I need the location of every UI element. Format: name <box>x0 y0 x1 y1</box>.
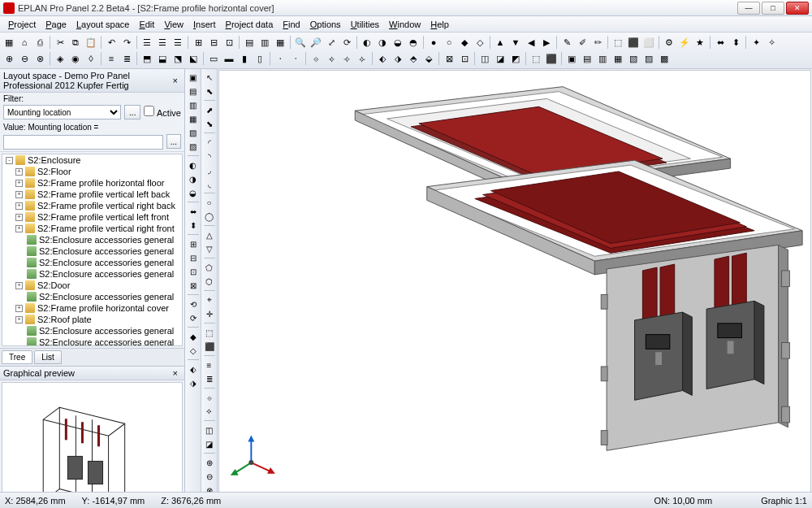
menu-utilities[interactable]: Utilities <box>346 18 384 31</box>
toolbar-button[interactable]: ⬖ <box>375 51 390 66</box>
tab-tree[interactable]: Tree <box>2 350 32 364</box>
menu-project[interactable]: Project <box>3 18 41 31</box>
toolbar-button[interactable]: ⬝ <box>273 51 287 66</box>
toolbar-button[interactable]: ⊡ <box>457 51 472 66</box>
vtool-button[interactable]: ⊡ <box>187 265 200 278</box>
toolbar-button[interactable]: ⊞ <box>191 35 205 50</box>
vtool-button[interactable]: ⬠ <box>203 261 216 274</box>
3d-viewport[interactable]: « ‹ › » S2:Frame pr... +EB3+EBM/6 <box>218 70 811 508</box>
menu-window[interactable]: Window <box>384 18 425 31</box>
toolbar-button[interactable]: ◩ <box>508 51 523 66</box>
tab-list[interactable]: List <box>34 350 62 364</box>
tree-item[interactable]: S2:Enclosure accessories general <box>15 336 182 346</box>
toolbar-button[interactable]: ☰ <box>155 35 170 50</box>
toolbar-button[interactable]: ⟳ <box>339 35 354 50</box>
toolbar-button[interactable]: ✎ <box>559 35 574 50</box>
toolbar-button[interactable]: ▦ <box>611 51 625 66</box>
vtool-button[interactable]: ◒ <box>187 186 200 199</box>
toolbar-button[interactable]: ↷ <box>119 35 134 50</box>
vtool-button[interactable]: ⬖ <box>187 363 200 376</box>
preview-canvas[interactable] <box>2 382 183 508</box>
vtool-button[interactable]: ◑ <box>187 172 200 185</box>
toolbar-button[interactable]: ◉ <box>68 51 83 66</box>
toolbar-button[interactable]: ▧ <box>626 51 641 66</box>
vtool-button[interactable]: ▤ <box>187 85 200 98</box>
vtool-button[interactable]: ⬊ <box>203 117 216 130</box>
toolbar-button[interactable]: ⤢ <box>324 35 339 50</box>
toolbar-button[interactable]: ⬓ <box>155 51 170 66</box>
toolbar-button[interactable]: ◓ <box>406 35 421 50</box>
tree-item[interactable]: +S2:Floor <box>15 166 182 177</box>
tree-item[interactable]: +S2:Frame profile vertical left back <box>15 189 182 200</box>
toolbar-button[interactable]: ◆ <box>457 35 472 50</box>
panel-close-icon[interactable]: × <box>170 76 181 85</box>
toolbar-button[interactable]: ◀ <box>524 35 538 50</box>
toolbar-button[interactable]: ⬙ <box>421 51 436 66</box>
active-checkbox-input[interactable] <box>144 106 154 116</box>
menu-layout-space[interactable]: Layout space <box>71 18 134 31</box>
filter-active-checkbox[interactable]: Active <box>144 106 181 118</box>
toolbar-button[interactable]: ◊ <box>84 51 98 66</box>
toolbar-button[interactable]: ⚡ <box>677 35 692 50</box>
vtool-button[interactable]: △ <box>203 228 216 241</box>
menu-page[interactable]: Page <box>41 18 71 31</box>
vtool-button[interactable]: ▧ <box>187 126 200 139</box>
tree-item[interactable]: S2:Enclosure accessories general <box>15 234 182 245</box>
toolbar-button[interactable]: ▦ <box>273 35 287 50</box>
toolbar-button[interactable]: ↶ <box>104 35 119 50</box>
tree-item[interactable]: +S2:Door <box>15 280 182 291</box>
tree-item[interactable]: S2:Enclosure accessories general <box>15 245 182 257</box>
vtool-button[interactable]: ◞ <box>203 163 216 176</box>
toolbar-button[interactable]: ◒ <box>391 35 405 50</box>
vtool-button[interactable]: ⬛ <box>203 340 216 353</box>
filter-dots-button[interactable]: ... <box>124 105 140 119</box>
toolbar-button[interactable]: ▦ <box>2 35 16 50</box>
vtool-button[interactable]: ⊕ <box>203 456 216 469</box>
toolbar-button[interactable]: ≣ <box>119 51 134 66</box>
maximize-button[interactable]: □ <box>762 2 784 15</box>
expand-icon[interactable]: + <box>15 180 23 187</box>
vtool-button[interactable]: ⬡ <box>203 275 216 288</box>
toolbar-button[interactable]: ▣ <box>564 51 579 66</box>
toolbar-button[interactable]: ⊕ <box>2 51 16 66</box>
toolbar-button[interactable]: ▼ <box>508 35 523 50</box>
toolbar-button[interactable]: ⬔ <box>171 51 185 66</box>
toolbar-button[interactable]: ⬕ <box>186 51 201 66</box>
toolbar-button[interactable]: ⟡ <box>324 51 339 66</box>
tree-item[interactable]: -S2:Enclosure <box>6 154 182 166</box>
menu-help[interactable]: Help <box>425 18 454 31</box>
toolbar-button[interactable]: ⧉ <box>68 35 83 50</box>
vtool-button[interactable]: ⊟ <box>187 251 200 264</box>
vtool-button[interactable]: ◟ <box>203 177 216 190</box>
vtool-button[interactable]: ○ <box>203 196 216 209</box>
vtool-button[interactable]: ⟡ <box>203 405 216 418</box>
toolbar-button[interactable]: ▩ <box>657 51 672 66</box>
toolbar-button[interactable]: ⬘ <box>406 51 421 66</box>
toolbar-button[interactable]: ⬍ <box>728 35 743 50</box>
vtool-button[interactable]: ◆ <box>187 330 200 343</box>
tree-item[interactable]: +S2:Frame profile horizontal cover <box>15 302 182 314</box>
value-input[interactable] <box>3 135 163 150</box>
toolbar-button[interactable]: 🔍 <box>293 35 308 50</box>
toolbar-button[interactable]: ▬ <box>222 51 236 66</box>
vtool-button[interactable]: ⟳ <box>187 311 200 324</box>
vtool-button[interactable]: ⬗ <box>187 376 200 389</box>
toolbar-button[interactable]: ⬜ <box>641 35 656 50</box>
toolbar-button[interactable]: ⬞ <box>288 51 303 66</box>
tree-item[interactable]: S2:Enclosure accessories general <box>15 268 182 280</box>
toolbar-button[interactable]: ◈ <box>53 51 67 66</box>
expand-icon[interactable]: - <box>6 157 13 164</box>
menu-options[interactable]: Options <box>305 18 346 31</box>
tree-item[interactable]: +S2:Frame profile horizontal floor <box>15 177 182 189</box>
toolbar-button[interactable]: ⊖ <box>17 51 32 66</box>
toolbar-button[interactable]: ◪ <box>493 51 508 66</box>
toolbar-button[interactable]: ⟣ <box>355 51 369 66</box>
toolbar-button[interactable]: ☰ <box>171 35 185 50</box>
toolbar-button[interactable]: ⬛ <box>626 35 641 50</box>
toolbar-button[interactable]: ⬛ <box>544 51 559 66</box>
vtool-button[interactable]: ◜ <box>203 136 216 149</box>
tree-item[interactable]: S2:Enclosure accessories general <box>15 291 182 302</box>
vtool-button[interactable]: ⊞ <box>187 237 200 250</box>
toolbar-button[interactable]: ○ <box>442 35 456 50</box>
toolbar-button[interactable]: ◇ <box>473 35 487 50</box>
